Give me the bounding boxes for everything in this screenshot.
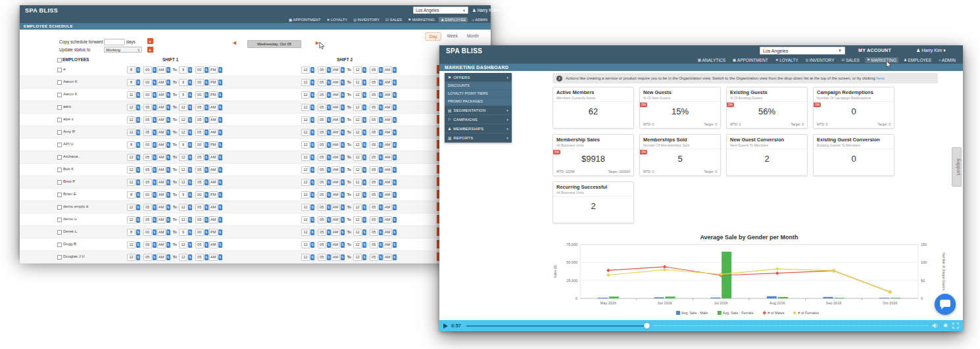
- shift2-end-minute[interactable]: 05: [370, 154, 378, 161]
- stepper-icon[interactable]: ⇅: [136, 229, 140, 235]
- stepper-icon[interactable]: ⇅: [362, 92, 366, 98]
- employee-checkbox[interactable]: [57, 93, 62, 97]
- stepper-icon[interactable]: ⇅: [218, 204, 222, 210]
- shift1-end-ampm[interactable]: AM: [209, 254, 218, 261]
- shift2-start-minute[interactable]: 05: [318, 104, 326, 111]
- stepper-icon[interactable]: ⇅: [188, 129, 192, 135]
- stepper-icon[interactable]: ⇅: [341, 179, 345, 185]
- stepper-icon[interactable]: ⇅: [310, 92, 314, 98]
- stepper-icon[interactable]: ⇅: [341, 229, 345, 235]
- shift1-end-ampm[interactable]: AM: [209, 166, 218, 174]
- stepper-icon[interactable]: ⇅: [166, 179, 170, 185]
- shift1-start-hour[interactable]: 12: [127, 129, 135, 136]
- nav-item-loyalty[interactable]: ★LOYALTY: [324, 17, 349, 22]
- shift2-end-ampm[interactable]: AM: [383, 141, 392, 149]
- stepper-icon[interactable]: ⇅: [205, 117, 208, 123]
- stepper-icon[interactable]: ⇅: [153, 154, 157, 160]
- shift1-start-hour[interactable]: 12: [127, 104, 135, 111]
- shift2-start-hour[interactable]: 12: [301, 104, 310, 111]
- stepper-icon[interactable]: ⇅: [310, 192, 314, 198]
- stepper-icon[interactable]: ⇅: [188, 142, 192, 148]
- stepper-icon[interactable]: ⇅: [341, 217, 345, 223]
- shift1-start-minute[interactable]: 05: [143, 116, 152, 124]
- play-icon[interactable]: [443, 323, 448, 329]
- stepper-icon[interactable]: ⇅: [218, 67, 222, 73]
- shift1-start-hour[interactable]: 8: [127, 141, 135, 149]
- shift1-end-minute[interactable]: 00: [195, 229, 204, 236]
- shift1-start-hour[interactable]: 12: [127, 254, 135, 261]
- copy-days-input[interactable]: [104, 39, 125, 45]
- shift2-end-ampm[interactable]: AM: [383, 91, 392, 99]
- shift1-start-hour[interactable]: 12: [127, 166, 135, 174]
- stepper-icon[interactable]: ⇅: [341, 142, 345, 148]
- shift1-start-ampm[interactable]: AM: [157, 179, 166, 186]
- stepper-icon[interactable]: ⇅: [153, 80, 157, 85]
- stepper-icon[interactable]: ⇅: [136, 129, 140, 135]
- stepper-icon[interactable]: ⇅: [362, 179, 366, 185]
- stepper-icon[interactable]: ⇅: [136, 154, 140, 160]
- shift2-end-hour[interactable]: 12: [353, 141, 362, 149]
- stepper-icon[interactable]: ⇅: [166, 254, 170, 260]
- my-account-link[interactable]: MY ACCOUNT: [858, 48, 891, 53]
- shift2-start-hour[interactable]: 12: [301, 141, 310, 149]
- stepper-icon[interactable]: ⇅: [362, 192, 366, 198]
- stepper-icon[interactable]: ⇅: [136, 192, 140, 198]
- stepper-icon[interactable]: ⇅: [327, 192, 331, 198]
- shift1-end-hour[interactable]: 9: [179, 191, 187, 198]
- stepper-icon[interactable]: ⇅: [327, 117, 331, 123]
- shift1-end-ampm[interactable]: PM: [209, 79, 218, 86]
- shift2-end-hour[interactable]: 12: [353, 241, 362, 248]
- stepper-icon[interactable]: ⇅: [153, 217, 157, 223]
- stepper-icon[interactable]: ⇅: [341, 67, 345, 73]
- shift2-end-ampm[interactable]: AM: [383, 229, 392, 236]
- shift1-end-minute[interactable]: 05: [195, 104, 204, 111]
- nav-item-employee[interactable]: ♟EMPLOYEE: [902, 57, 933, 63]
- shift1-end-hour[interactable]: 9: [179, 79, 187, 86]
- employee-checkbox[interactable]: [57, 168, 62, 172]
- stepper-icon[interactable]: ⇅: [153, 242, 157, 248]
- stepper-icon[interactable]: ⇅: [393, 92, 397, 98]
- stepper-icon[interactable]: ⇅: [205, 179, 208, 185]
- stepper-icon[interactable]: ⇅: [379, 142, 383, 148]
- shift1-end-minute[interactable]: 00: [195, 79, 204, 86]
- stepper-icon[interactable]: ⇅: [341, 254, 345, 260]
- shift2-start-ampm[interactable]: AM: [331, 191, 340, 198]
- shift1-end-ampm[interactable]: AM: [209, 129, 218, 136]
- stepper-icon[interactable]: ⇅: [218, 92, 222, 98]
- shift2-end-hour[interactable]: 12: [353, 166, 362, 174]
- shift1-start-minute[interactable]: 00: [143, 229, 152, 236]
- shift1-end-hour[interactable]: 12: [179, 204, 187, 211]
- shift1-start-hour[interactable]: 11: [127, 91, 135, 99]
- shift2-end-hour[interactable]: 12: [353, 154, 362, 161]
- stepper-icon[interactable]: ⇅: [218, 229, 222, 235]
- shift2-end-minute[interactable]: 05: [370, 141, 378, 149]
- stepper-icon[interactable]: ⇅: [153, 105, 157, 110]
- shift2-start-minute[interactable]: 05: [318, 129, 326, 136]
- stepper-icon[interactable]: ⇅: [379, 154, 383, 160]
- shift2-start-minute[interactable]: 05: [318, 79, 326, 86]
- stepper-icon[interactable]: ⇅: [136, 254, 140, 260]
- stepper-icon[interactable]: ⇅: [153, 254, 157, 260]
- employee-checkbox[interactable]: [57, 155, 62, 160]
- shift2-start-hour[interactable]: 12: [301, 241, 310, 248]
- stepper-icon[interactable]: ⇅: [188, 105, 192, 110]
- shift2-end-hour[interactable]: 12: [353, 104, 362, 111]
- shift2-start-ampm[interactable]: AM: [331, 141, 340, 149]
- stepper-icon[interactable]: ⇅: [310, 67, 314, 73]
- shift2-end-ampm[interactable]: AM: [383, 129, 392, 136]
- nav-item-sales[interactable]: ☑SALES: [383, 17, 404, 22]
- stepper-icon[interactable]: ⇅: [341, 167, 345, 173]
- shift2-start-minute[interactable]: 05: [318, 216, 326, 223]
- shift2-end-hour[interactable]: 12: [353, 66, 362, 74]
- shift2-start-minute[interactable]: 05: [318, 191, 326, 198]
- shift2-start-hour[interactable]: 12: [301, 204, 310, 211]
- shift2-end-minute[interactable]: 05: [370, 129, 378, 136]
- shift1-start-hour[interactable]: 8: [127, 66, 135, 74]
- stepper-icon[interactable]: ⇅: [136, 217, 140, 223]
- stepper-icon[interactable]: ⇅: [393, 67, 397, 73]
- stepper-icon[interactable]: ⇅: [310, 179, 314, 185]
- stepper-icon[interactable]: ⇅: [362, 167, 366, 173]
- shift1-end-minute[interactable]: 05: [195, 129, 204, 136]
- stepper-icon[interactable]: ⇅: [153, 179, 157, 185]
- stepper-icon[interactable]: ⇅: [153, 142, 157, 148]
